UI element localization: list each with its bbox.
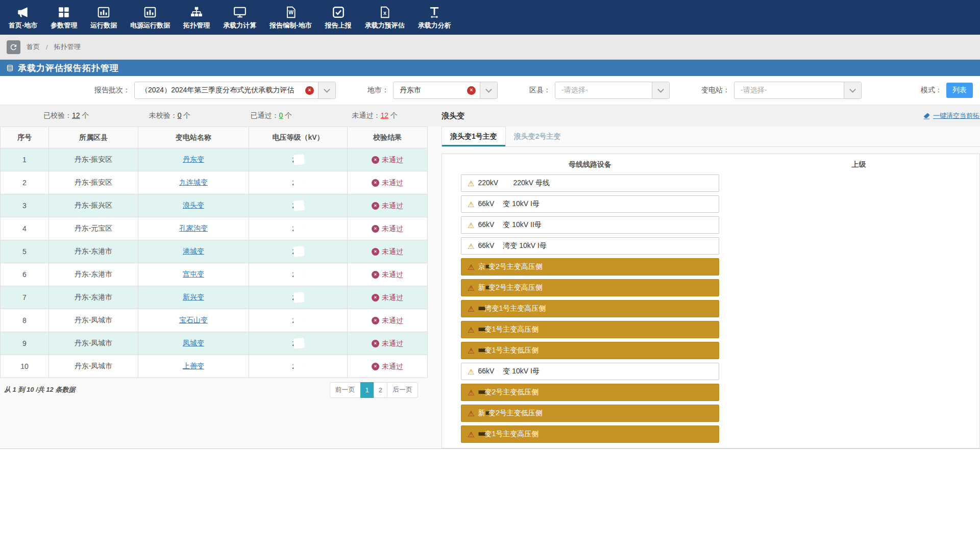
batch-value: （2024）2024年第三季度分布式光伏承载力评估 <box>135 86 305 95</box>
chevron-down-icon[interactable] <box>652 82 669 98</box>
row-index: 4 <box>1 217 49 240</box>
next-page-button[interactable]: 后一页 <box>387 382 418 398</box>
warning-icon: ⚠ <box>468 347 474 355</box>
nav-label: 参数管理 <box>51 21 77 30</box>
bus-item[interactable]: ⚠220kV■■■ 220kV 母线 <box>461 174 719 192</box>
clear-icon[interactable]: × <box>305 86 314 95</box>
row-index: 6 <box>1 263 49 286</box>
bus-item[interactable]: ⚠■■变1号主变高压侧 <box>461 425 719 443</box>
grid-icon <box>57 5 70 19</box>
bus-item[interactable]: ⚠新■变2号主变低压侧 <box>461 405 719 422</box>
bus-item-label: 66kV■■湾变 10kV I母 <box>478 241 546 251</box>
stats-band: 已校验：12 个未校验：0 个已通过：0 个未通过：12 个 浪头变 一键清空当… <box>0 105 980 127</box>
bus-item[interactable]: ⚠新■变2号主变高压侧 <box>461 279 719 296</box>
substation-link[interactable]: 宝石山变 <box>179 316 208 324</box>
clear-icon[interactable]: × <box>467 86 476 95</box>
prev-page-button[interactable]: 前一页 <box>330 382 361 398</box>
nav-item-power-run-data[interactable]: 电源运行数据 <box>124 0 177 35</box>
page-2-button[interactable]: 2 <box>374 382 387 398</box>
clear-topology-link[interactable]: 一键清空当前拓扑 <box>923 111 980 120</box>
substation-link[interactable]: 宫屯变 <box>183 270 204 278</box>
district-select[interactable]: -请选择- <box>555 82 670 99</box>
chevron-down-icon[interactable] <box>318 82 335 98</box>
refresh-button[interactable] <box>7 40 20 54</box>
bus-item[interactable]: ⚠66kV■■湾变 10kV I母 <box>461 237 719 255</box>
nav-item-params[interactable]: 参数管理 <box>44 0 84 35</box>
row-district: 丹东-凤城市 <box>49 309 138 332</box>
megaphone-icon <box>16 5 30 19</box>
row-district: 丹东-东港市 <box>49 240 138 263</box>
chevron-down-icon[interactable] <box>480 82 497 98</box>
table-row: 9丹东-凤城市凤城变220×未通过 <box>1 332 428 355</box>
bus-column-header: 母线线路设备 <box>442 160 738 169</box>
mode-label: 模式： <box>921 86 942 95</box>
bus-item[interactable]: ⚠66kV■■变 10kV I母 <box>461 195 719 213</box>
bus-item[interactable]: ⚠66kV■■变 10kV II母 <box>461 216 719 234</box>
nav-item-report-edit-city[interactable]: W报告编制-地市 <box>263 0 318 35</box>
row-result: ×未通过 <box>348 171 428 194</box>
row-result: ×未通过 <box>348 355 428 378</box>
substation-link[interactable]: 上善变 <box>183 362 204 370</box>
substation-table-section: 序号所属区县变电站名称电压等级（kV）校验结果 1丹东-振安区丹东变220×未通… <box>0 127 427 402</box>
row-voltage: 220 <box>249 309 348 332</box>
bus-item[interactable]: ⚠■■变1号主变低压侧 <box>461 342 719 359</box>
warning-icon: ⚠ <box>468 326 474 334</box>
stat-unchecked-value[interactable]: 0 <box>178 111 182 119</box>
bus-item[interactable]: ⚠■■变2号主变低压侧 <box>461 384 719 401</box>
svg-text:W: W <box>288 10 293 15</box>
nav-item-home-city[interactable]: 首页-地市 <box>2 0 44 35</box>
nav-item-report-submit[interactable]: 报告上报 <box>318 0 358 35</box>
substation-link[interactable]: 凤城变 <box>183 339 204 347</box>
tab-transformer-1[interactable]: 浪头变1号主变 <box>442 127 506 146</box>
tab-transformer-2[interactable]: 浪头变2号主变 <box>506 127 569 146</box>
nav-label: 运行数据 <box>90 21 117 30</box>
row-index: 3 <box>1 194 49 217</box>
substation-link[interactable]: 浪头变 <box>183 201 204 209</box>
bus-item[interactable]: ⚠66kV■■变 10kV I母 <box>461 363 719 380</box>
substation-link[interactable]: 港城变 <box>183 247 204 255</box>
bus-item-label: 66kV■■变 10kV II母 <box>478 220 541 230</box>
batch-label: 报告批次： <box>94 86 130 95</box>
substation-link[interactable]: 新兴变 <box>183 293 204 301</box>
nav-item-capacity-analysis[interactable]: 承载力分析 <box>411 0 458 35</box>
bus-item-label: 新■变2号主变高压侧 <box>478 283 542 292</box>
nav-label: 报告上报 <box>325 21 352 30</box>
substation-select[interactable]: -请选择- <box>734 82 862 99</box>
stat-checked-value[interactable]: 12 <box>72 111 80 119</box>
redaction-mask: ■■ <box>494 241 503 249</box>
substation-link[interactable]: 孔家沟变 <box>179 224 208 232</box>
fail-icon: × <box>372 340 379 347</box>
batch-select[interactable]: （2024）2024年第三季度分布式光伏承载力评估 × <box>134 82 336 99</box>
substation-link[interactable]: 九连城变 <box>179 178 208 186</box>
row-voltage: 220 <box>249 355 348 378</box>
row-voltage: 220 <box>249 240 348 263</box>
bus-item[interactable]: ⚠京■变2号主变高压侧 <box>461 258 719 276</box>
nav-item-topology[interactable]: 拓扑管理 <box>177 0 216 35</box>
stat-passed-value[interactable]: 0 <box>279 111 283 119</box>
stat-failed-value[interactable]: 12 <box>381 111 389 119</box>
breadcrumb-bar: 首页 / 拓扑管理 <box>0 35 980 60</box>
city-select[interactable]: 丹东市 × <box>393 82 498 99</box>
fail-icon: × <box>372 363 379 370</box>
nav-item-capacity-calc[interactable]: 承载力计算 <box>216 0 263 35</box>
mode-list-button[interactable]: 列表 <box>946 83 973 98</box>
nav-item-capacity-preeval[interactable]: x承载力预评估 <box>358 0 411 35</box>
stat-unchecked: 未校验：0 个 <box>149 111 191 120</box>
breadcrumb-home[interactable]: 首页 <box>27 42 40 52</box>
district-placeholder: -请选择- <box>555 86 652 95</box>
row-result: ×未通过 <box>348 309 428 332</box>
bus-item[interactable]: ⚠■■变1号主变高压侧 <box>461 321 719 338</box>
nav-label: 拓扑管理 <box>183 21 210 30</box>
chevron-down-icon[interactable] <box>844 82 861 98</box>
bus-item[interactable]: ⚠■■湾变1号主变高压侧 <box>461 300 719 317</box>
substation-link[interactable]: 丹东变 <box>183 155 204 163</box>
nav-item-run-data[interactable]: 运行数据 <box>84 0 124 35</box>
redaction-mask: ■■ <box>478 346 484 354</box>
table-row: 10丹东-凤城市上善变220×未通过 <box>1 355 428 378</box>
row-index: 8 <box>1 309 49 332</box>
warning-icon: ⚠ <box>468 263 474 271</box>
page-1-button[interactable]: 1 <box>360 382 374 398</box>
table-row: 6丹东-东港市宫屯变220×未通过 <box>1 263 428 286</box>
row-voltage: 220 <box>249 148 348 171</box>
topology-panel: 母线线路设备 上级 ⚠220kV■■■ 220kV 母线⚠66kV■■变 10k… <box>442 154 980 448</box>
